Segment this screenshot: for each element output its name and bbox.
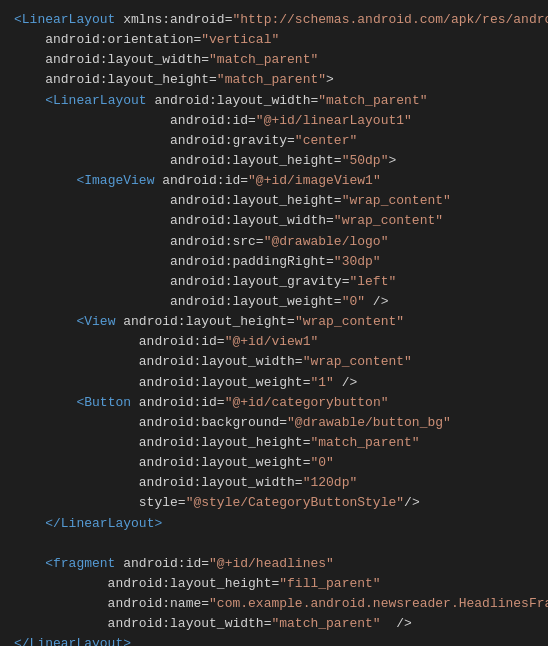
code-token-value: "match_parent" (217, 72, 326, 87)
code-line: android:orientation="vertical" (14, 30, 534, 50)
code-token-text: android:layout_gravity= (14, 274, 349, 289)
code-line: android:layout_height="fill_parent" (14, 574, 534, 594)
code-token-value: "@drawable/button_bg" (287, 415, 451, 430)
code-token-text: > (326, 72, 334, 87)
code-token-value: "match_parent" (318, 93, 427, 108)
code-line: android:id="@+id/view1" (14, 332, 534, 352)
code-line: android:layout_width="120dp" (14, 473, 534, 493)
code-line: android:src="@drawable/logo" (14, 232, 534, 252)
code-line: android:layout_width="wrap_content" (14, 352, 534, 372)
code-token-value: "@style/CategoryButtonStyle" (186, 495, 404, 510)
code-token-value: "@+id/linearLayout1" (256, 113, 412, 128)
code-token-text: android:layout_height= (14, 193, 342, 208)
code-token-text: android:layout_height= (115, 314, 294, 329)
code-token-value: "left" (349, 274, 396, 289)
code-token-tag: <LinearLayout (14, 12, 115, 27)
code-token-value: "http://schemas.android.com/apk/res/andr… (232, 12, 548, 27)
code-token-text: android:layout_width= (14, 475, 303, 490)
code-token-text: /> (381, 616, 412, 631)
code-token-text: > (388, 153, 396, 168)
code-token-text: android:orientation= (14, 32, 201, 47)
code-token-text: android:background= (14, 415, 287, 430)
code-token-text: android:layout_width= (14, 52, 209, 67)
code-token-text (14, 395, 76, 410)
code-token-text (14, 173, 76, 188)
code-token-value: "@+id/categorybutton" (225, 395, 389, 410)
code-token-text: /> (334, 375, 357, 390)
code-line: style="@style/CategoryButtonStyle"/> (14, 493, 534, 513)
code-token-text: android:paddingRight= (14, 254, 334, 269)
code-token-text: android:layout_weight= (14, 455, 310, 470)
code-token-text: android:gravity= (14, 133, 295, 148)
code-token-text: android:id= (154, 173, 248, 188)
code-token-value: "com.example.android.newsreader.Headline… (209, 596, 548, 611)
code-token-tag: </LinearLayout> (14, 636, 131, 646)
code-token-text: android:id= (131, 395, 225, 410)
code-line: android:layout_height="match_parent"> (14, 70, 534, 90)
code-line: android:id="@+id/linearLayout1" (14, 111, 534, 131)
code-token-tag: <Button (76, 395, 131, 410)
code-token-tag: <ImageView (76, 173, 154, 188)
code-token-text: style= (14, 495, 186, 510)
code-line: </LinearLayout> (14, 514, 534, 534)
code-line: <ImageView android:id="@+id/imageView1" (14, 171, 534, 191)
code-token-value: "match_parent" (271, 616, 380, 631)
code-token-value: "0" (342, 294, 365, 309)
code-token-value: "center" (295, 133, 357, 148)
code-token-text: android:name= (14, 596, 209, 611)
code-token-text: android:layout_width= (147, 93, 319, 108)
code-token-value: "@+id/headlines" (209, 556, 334, 571)
code-token-text: /> (365, 294, 388, 309)
code-token-text (14, 93, 45, 108)
code-token-value: "wrap_content" (295, 314, 404, 329)
code-token-value: "@+id/imageView1" (248, 173, 381, 188)
code-line: android:background="@drawable/button_bg" (14, 413, 534, 433)
code-token-tag: <fragment (14, 556, 115, 571)
code-line: <LinearLayout xmlns:android="http://sche… (14, 10, 534, 30)
code-token-text: android:layout_width= (14, 354, 303, 369)
code-token-value: "0" (310, 455, 333, 470)
code-line (14, 534, 534, 554)
code-token-text: /> (404, 495, 420, 510)
code-token-value: "fill_parent" (279, 576, 380, 591)
code-line: <Button android:id="@+id/categorybutton" (14, 393, 534, 413)
code-line: <fragment android:id="@+id/headlines" (14, 554, 534, 574)
code-token-text: android:layout_width= (14, 213, 334, 228)
code-line: android:layout_width="match_parent" (14, 50, 534, 70)
code-token-text: android:layout_height= (14, 153, 342, 168)
code-token-text: android:src= (14, 234, 264, 249)
code-token-tag: <LinearLayout (45, 93, 146, 108)
code-token-text: android:layout_height= (14, 72, 217, 87)
code-line: android:layout_height="50dp"> (14, 151, 534, 171)
code-token-tag: <View (76, 314, 115, 329)
code-line: </LinearLayout> (14, 634, 534, 646)
code-token-value: "match_parent" (209, 52, 318, 67)
code-line: android:paddingRight="30dp" (14, 252, 534, 272)
code-editor: <LinearLayout xmlns:android="http://sche… (14, 10, 534, 646)
code-token-value: "match_parent" (310, 435, 419, 450)
code-token-text: android:layout_width= (14, 616, 271, 631)
code-token-tag: </LinearLayout> (45, 516, 162, 531)
code-token-text: android:layout_weight= (14, 375, 310, 390)
code-token-text: android:id= (14, 334, 225, 349)
code-token-text (14, 516, 45, 531)
code-line: android:gravity="center" (14, 131, 534, 151)
code-line: android:layout_height="match_parent" (14, 433, 534, 453)
code-token-value: "wrap_content" (303, 354, 412, 369)
code-line: android:layout_height="wrap_content" (14, 191, 534, 211)
code-token-text: xmlns:android= (115, 12, 232, 27)
code-line: android:layout_weight="0" /> (14, 292, 534, 312)
code-line: android:layout_width="match_parent" /> (14, 614, 534, 634)
code-line: android:name="com.example.android.newsre… (14, 594, 534, 614)
code-token-value: "wrap_content" (342, 193, 451, 208)
code-token-text (14, 314, 76, 329)
code-token-value: "120dp" (303, 475, 358, 490)
code-token-value: "vertical" (201, 32, 279, 47)
code-token-value: "@+id/view1" (225, 334, 319, 349)
code-token-text: android:layout_weight= (14, 294, 342, 309)
code-token-value: "1" (310, 375, 333, 390)
code-line: <View android:layout_height="wrap_conten… (14, 312, 534, 332)
code-line: android:layout_weight="1" /> (14, 373, 534, 393)
code-token-text: android:id= (115, 556, 209, 571)
code-token-value: "wrap_content" (334, 213, 443, 228)
